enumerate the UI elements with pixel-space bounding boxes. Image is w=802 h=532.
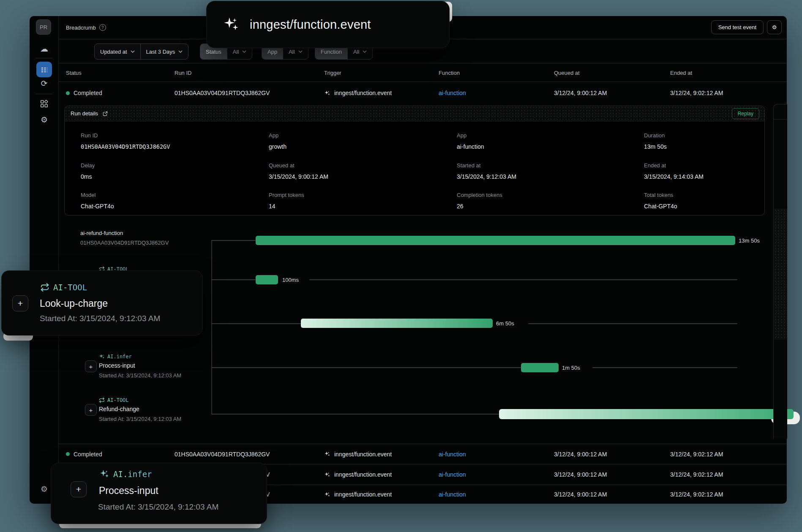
step-tag: AI-TOOL [40,283,87,292]
field-value: 14 [269,203,276,210]
gantt-bar-step[interactable] [499,409,794,419]
gantt-bar-step[interactable] [301,319,493,328]
row-run-id: 01HS0AA03V04D91RTDQ3J862GV [175,451,270,458]
row-status: Completed [74,451,102,458]
step-zoom-card-left: AI-TOOL + Look-up-charge Started At: 3/1… [1,270,203,336]
runs-list-icon [40,65,49,74]
field-value: 13m 50s [644,143,667,150]
run-details-panel: Run details Replay Run ID 01HS0AA03V04D9… [64,106,765,216]
field-label: Run ID [81,132,98,139]
table-row[interactable]: Completed 01HS0AA03V04D91RTDQ3J862GV inn… [59,444,787,464]
replay-button[interactable]: Replay [732,108,759,119]
sort-field-dropdown[interactable]: Updated at [95,44,140,59]
avatar[interactable]: PR [36,19,51,35]
gantt-bar-root[interactable] [256,236,735,245]
row-function-link[interactable]: ai-function [439,90,466,96]
step-tag-label: AI-TOOL [53,283,87,292]
field-value: 0ms [81,173,92,180]
apps-icon[interactable] [30,100,59,108]
field-value-app-link[interactable]: growth [269,143,286,150]
expand-step-button[interactable]: + [85,404,97,416]
step-started-at: Started At: 3/15/2024, 9:12:03 AM [40,314,160,323]
col-queued-at: Queued at [554,69,580,76]
row-function-link[interactable]: ai-function [439,491,466,498]
expand-step-button[interactable]: + [85,360,97,372]
field-value: 3/15/2024, 9:00:12 AM [269,173,328,180]
row-ended-at: 3/12/24, 9:02:12 AM [670,491,723,498]
send-test-event-button[interactable]: Send test event [711,20,764,34]
field-value: 26 [457,203,464,210]
breadcrumb: Breadcrumb ? [66,24,106,31]
date-range-dropdown[interactable]: Last 3 Days [140,44,188,59]
col-ended-at: Ended at [670,69,692,76]
row-queued-at: 3/12/24, 9:00:12 AM [554,491,607,498]
step-tag-label: AI-TOOL [107,397,129,403]
panel-edge-texture [774,209,787,340]
row-ended-at: 3/12/24, 9:02:12 AM [670,451,723,458]
row-queued-at: 3/12/24, 9:00:12 AM [554,90,607,96]
field-value: 3/15/2024, 9:14:03 AM [644,173,704,180]
gantt-bar-step[interactable] [256,275,278,284]
gear-icon[interactable]: ⚙ [30,115,59,124]
step-name: Process-input [99,485,158,497]
sparkle-icon [324,472,330,478]
timeline-track [211,240,256,241]
sparkle-icon [324,90,330,96]
chevron-down-icon [242,50,246,53]
chevron-down-icon [131,50,135,53]
row-trigger: inngest/function.event [334,90,392,96]
gantt-bar-step[interactable] [521,363,559,372]
col-status: Status [66,69,82,76]
step-name: Refund-change [99,406,139,412]
chevron-down-icon [298,50,303,53]
field-label: Model [81,192,95,198]
row-function-link[interactable]: ai-function [439,451,466,458]
app-window: PR ☁ ⟳ ⚙ ⚙ [30,16,787,504]
next-run-panel-edge [773,104,787,439]
table-row[interactable]: Completed 01HS0AA03V04D91RTDQ3J862GV inn… [59,82,787,104]
sparkle-icon [223,16,240,33]
field-value-app-link[interactable]: ai-function [457,143,484,150]
event-zoom-card: inngest/function.event [206,1,450,48]
sort-field-label: Updated at [100,49,127,55]
settings-button[interactable]: ⚙ [767,20,782,34]
refresh-icon[interactable]: ⟳ [30,79,59,88]
timeline-track [309,279,737,280]
external-link-icon[interactable] [102,111,108,117]
sidebar-divider [35,94,52,94]
event-name: inngest/function.event [250,18,371,32]
row-function-link[interactable]: ai-function [439,471,466,478]
panel-edge-header [774,104,787,120]
row-queued-at: 3/12/24, 9:00:12 AM [554,451,607,458]
help-icon[interactable]: ? [99,24,106,31]
col-function: Function [439,69,460,76]
date-range-label: Last 3 Days [146,49,175,55]
duration-label: 100ms [282,277,299,283]
row-trigger: inngest/function.event [334,491,392,498]
field-label: Started at [457,162,480,169]
step-tag: AI-TOOL [99,397,129,403]
field-label: Delay [81,162,95,169]
cloud-icon[interactable]: ☁ [30,44,59,53]
duration-label: 13m 50s [739,237,760,244]
step-started-at: Started At: 3/15/2024, 9:12:03 AM [99,416,181,422]
expand-step-button[interactable]: + [12,295,28,311]
col-trigger: Trigger [324,69,341,76]
chevron-down-icon [178,50,183,53]
step-started-at: Started At: 3/15/2024, 9:12:03 AM [99,372,181,379]
step-name: Process-input [99,362,135,369]
row-trigger: inngest/function.event [334,451,392,458]
sparkle-icon [324,451,330,457]
expand-step-button[interactable]: + [71,481,87,497]
step-name: Look-up-charge [40,298,108,309]
field-label: Completion tokens [457,192,502,198]
function-filter-value: All [353,49,359,55]
timeline-track [592,367,737,368]
run-details-title: Run details [71,110,98,117]
sparkle-icon [324,491,330,498]
step-tag-label: AI.infer [113,469,152,479]
timeline-root-name: ai-refund-function [80,230,123,236]
table-header: Status Run ID Trigger Function Queued at… [59,63,787,82]
sidebar-item-runs[interactable] [36,62,52,77]
step-started-at: Started At: 3/15/2024, 9:12:03 AM [98,502,218,512]
